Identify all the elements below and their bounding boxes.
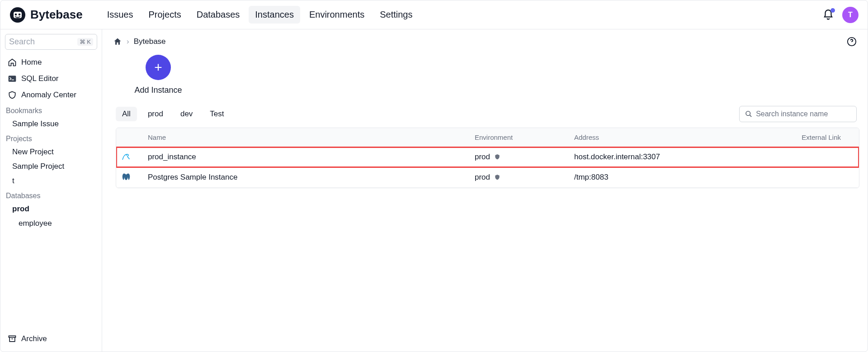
svg-point-7: [746, 111, 750, 115]
shield-icon: [494, 153, 501, 161]
th-ext: External Link: [764, 133, 854, 141]
th-name: Name: [148, 133, 475, 141]
sidebar-section-databases: Databases: [4, 188, 98, 202]
nav-settings[interactable]: Settings: [373, 6, 419, 24]
sidebar-item-sql-editor[interactable]: SQL Editor: [4, 71, 98, 87]
sidebar-item-label: Archive: [21, 334, 47, 343]
instances-table: Name Environment Address External Link p…: [116, 128, 859, 188]
logo-text: Bytebase: [30, 8, 83, 22]
layout: Search ⌘ K Home SQL Editor Anomaly Cente…: [0, 29, 868, 352]
sidebar-item-label: Home: [21, 58, 42, 67]
sidebar-item-label: SQL Editor: [21, 74, 59, 83]
sidebar-sub-item[interactable]: t: [4, 174, 98, 188]
logo-icon: [9, 7, 26, 23]
filter-tab-dev[interactable]: dev: [174, 107, 199, 121]
sidebar-section-projects: Projects: [4, 131, 98, 145]
search-instance[interactable]: [739, 106, 857, 122]
home-icon: [8, 58, 17, 67]
sidebar-sub-item[interactable]: Sample Issue: [4, 117, 98, 131]
breadcrumb: › Bytebase: [113, 37, 857, 47]
nav-databases[interactable]: Databases: [190, 6, 246, 24]
svg-rect-4: [9, 76, 16, 81]
row-addr: host.docker.internal:3307: [574, 152, 764, 162]
nav-links: IssuesProjectsDatabasesInstancesEnvironm…: [101, 6, 419, 24]
help-button[interactable]: [847, 37, 857, 47]
nav-instances[interactable]: Instances: [249, 6, 300, 24]
row-name: prod_instance: [148, 152, 475, 162]
th-env: Environment: [475, 133, 574, 141]
sidebar-sub-item[interactable]: Sample Project: [4, 159, 98, 174]
top-nav: Bytebase IssuesProjectsDatabasesInstance…: [0, 0, 868, 29]
row-env: prod: [475, 152, 574, 162]
svg-point-8: [126, 155, 127, 156]
sidebar-section-bookmarks: Bookmarks: [4, 103, 98, 117]
svg-point-2: [15, 13, 17, 15]
logo[interactable]: Bytebase: [9, 7, 83, 23]
breadcrumb-current[interactable]: Bytebase: [134, 37, 166, 46]
search-placeholder: Search: [9, 37, 35, 47]
filter-tabs: AllproddevTest: [116, 107, 231, 121]
help-icon: [847, 37, 857, 47]
row-icon: [121, 172, 148, 183]
plus-icon: +: [154, 60, 162, 75]
nav-right: T: [822, 7, 859, 23]
sidebar-item-home[interactable]: Home: [4, 54, 98, 71]
shield-icon: [494, 174, 501, 181]
avatar-initial: T: [848, 11, 853, 19]
main: › Bytebase + Add Instance AllproddevTest…: [102, 29, 868, 352]
add-instance-label: Add Instance: [134, 86, 182, 95]
search-kbd: ⌘ K: [77, 38, 93, 46]
sidebar-item-label: Anomaly Center: [21, 90, 76, 100]
avatar[interactable]: T: [842, 7, 859, 23]
chevron-right-icon: ›: [127, 37, 129, 46]
sidebar-sub-item[interactable]: prod: [4, 202, 98, 216]
sidebar-sub-item[interactable]: New Project: [4, 145, 98, 159]
search-instance-input[interactable]: [756, 110, 851, 118]
sidebar-item-anomaly-center[interactable]: Anomaly Center: [4, 87, 98, 103]
add-instance-button[interactable]: +: [146, 55, 171, 80]
shield-icon: [8, 90, 17, 100]
sidebar-item-archive[interactable]: Archive: [4, 331, 98, 347]
archive-icon: [8, 334, 17, 343]
filter-tab-prod[interactable]: prod: [142, 107, 170, 121]
sidebar: Search ⌘ K Home SQL Editor Anomaly Cente…: [0, 29, 102, 352]
svg-rect-5: [9, 336, 16, 337]
filter-row: AllproddevTest: [116, 106, 857, 122]
search-input[interactable]: Search ⌘ K: [5, 34, 97, 50]
table-header: Name Environment Address External Link: [116, 128, 859, 147]
row-env: prod: [475, 173, 574, 182]
row-icon: [121, 152, 148, 162]
row-name: Postgres Sample Instance: [148, 173, 475, 182]
nav-projects[interactable]: Projects: [142, 6, 187, 24]
filter-tab-all[interactable]: All: [116, 107, 137, 121]
terminal-icon: [8, 74, 17, 83]
svg-point-3: [19, 13, 21, 15]
th-addr: Address: [574, 133, 764, 141]
postgres-icon: [121, 172, 132, 183]
filter-tab-test[interactable]: Test: [203, 107, 230, 121]
table-row[interactable]: Postgres Sample Instanceprod/tmp:8083: [116, 167, 859, 188]
notifications-button[interactable]: [822, 9, 834, 21]
home-icon[interactable]: [113, 37, 122, 46]
nav-issues[interactable]: Issues: [101, 6, 140, 24]
table-row[interactable]: prod_instanceprodhost.docker.internal:33…: [116, 147, 859, 167]
mysql-icon: [121, 152, 132, 162]
search-icon: [745, 110, 752, 118]
row-addr: /tmp:8083: [574, 173, 764, 182]
sidebar-sub-item[interactable]: employee: [4, 216, 98, 231]
nav-environments[interactable]: Environments: [303, 6, 371, 24]
add-instance[interactable]: + Add Instance: [127, 55, 190, 95]
notification-dot-icon: [830, 8, 835, 13]
